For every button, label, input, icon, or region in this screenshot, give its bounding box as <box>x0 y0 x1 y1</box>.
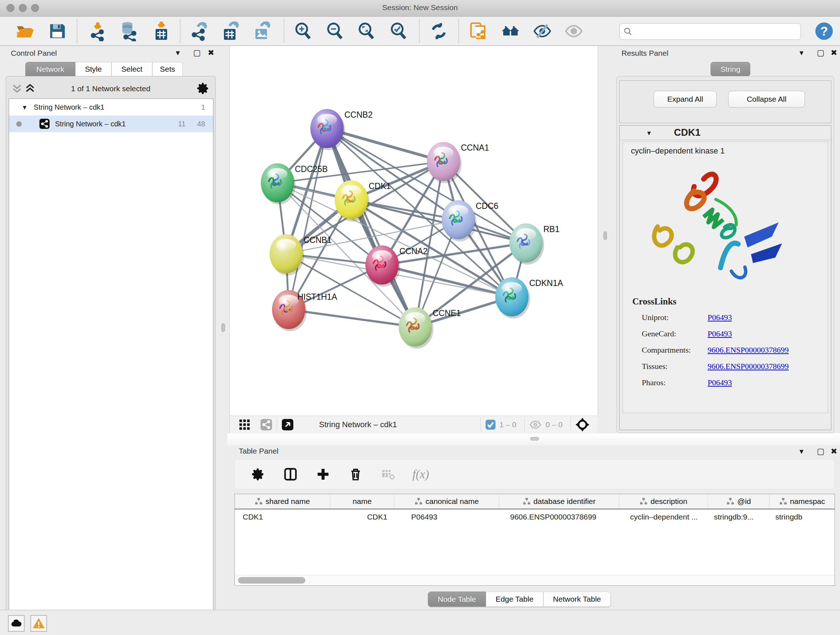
table-panel-close-button[interactable]: ✖ <box>831 447 837 456</box>
edge-HIST1H1A-CCNE1[interactable] <box>289 310 415 327</box>
zoom-selected-icon[interactable] <box>388 20 409 42</box>
grid-mode-icon[interactable] <box>238 418 251 431</box>
column-header-id[interactable]: @id <box>708 494 769 509</box>
warnings-button[interactable] <box>30 615 47 632</box>
selected-checkbox-icon[interactable] <box>485 419 496 430</box>
network-view-mode-icon[interactable] <box>260 418 272 431</box>
search-box[interactable] <box>619 23 801 40</box>
compartments-link[interactable]: 9606.ENSP00000378699 <box>707 345 789 355</box>
control-panel-divider-handle[interactable] <box>221 323 225 332</box>
tissues-link[interactable]: 9606.ENSP00000378699 <box>707 362 789 371</box>
column-header-namespace[interactable]: namespac <box>769 494 835 509</box>
tab-string[interactable]: String <box>711 62 750 76</box>
network-canvas[interactable]: CCNB2CCNA1CDC25BCDK1CDC6RB1CCNB1CCNA2CDK… <box>230 46 598 416</box>
namespace-icon <box>726 497 734 505</box>
tab-network[interactable]: Network <box>25 62 75 76</box>
main-toolbar: ? <box>0 17 840 46</box>
table-panel-float-button[interactable]: ▾ <box>799 447 804 456</box>
collection-expand-icon[interactable]: ▾ <box>23 103 27 111</box>
zoom-in-icon[interactable] <box>292 20 314 42</box>
hidden-eye-icon[interactable] <box>529 418 542 431</box>
table-settings-gear-icon[interactable] <box>248 465 267 484</box>
delete-table-icon <box>379 465 398 484</box>
table-panel-maximize-button[interactable]: ▢ <box>817 447 824 456</box>
namespace-icon <box>779 497 787 505</box>
create-column-icon[interactable] <box>314 465 332 484</box>
import-network-database-icon[interactable] <box>117 20 139 42</box>
export-image-icon[interactable] <box>251 20 273 42</box>
node-RB1[interactable]: RB1 <box>509 223 560 264</box>
uniprot-link[interactable]: P06493 <box>707 313 732 322</box>
title-bar: Session: New Session <box>0 0 840 17</box>
tab-node-table[interactable]: Node Table <box>428 592 486 607</box>
zoom-fit-icon[interactable] <box>355 20 377 42</box>
scrollbar-thumb[interactable] <box>238 577 305 584</box>
control-panel-title: Control Panel <box>11 49 57 57</box>
expand-all-button[interactable]: Expand All <box>654 91 717 108</box>
network-options-gear-icon[interactable] <box>196 81 210 95</box>
results-panel-divider[interactable] <box>598 46 614 416</box>
open-session-icon[interactable] <box>14 20 35 42</box>
zoom-out-icon[interactable] <box>324 20 346 42</box>
node-CCNE1[interactable]: CCNE1 <box>399 307 461 348</box>
node-label-CCNE1: CCNE1 <box>433 309 461 318</box>
horizontal-splitter[interactable] <box>227 433 840 445</box>
view-toolbar-separator <box>277 418 277 431</box>
tab-edge-table[interactable]: Edge Table <box>486 592 543 607</box>
refresh-view-icon[interactable] <box>428 20 450 42</box>
export-network-icon[interactable] <box>188 20 210 42</box>
selected-counts: 1 – 0 <box>500 420 516 429</box>
export-table-icon[interactable] <box>219 20 241 42</box>
search-input[interactable] <box>633 27 797 36</box>
detach-view-icon[interactable] <box>281 418 294 431</box>
tab-sets[interactable]: Sets <box>152 62 183 76</box>
control-panel-float-button[interactable]: ▾ <box>176 48 180 57</box>
genecard-link[interactable]: P06493 <box>707 329 732 338</box>
network-row[interactable]: String Network – cdk1 11 48 <box>9 116 213 132</box>
node-CCNA2[interactable]: CCNA2 <box>365 245 428 287</box>
control-panel-maximize-button[interactable]: ▢ <box>193 48 201 57</box>
column-header-name[interactable]: name <box>330 494 395 509</box>
node-CDC25B[interactable]: CDC25B <box>261 163 328 204</box>
node-HIST1H1A[interactable]: HIST1H1A <box>272 290 338 331</box>
first-neighbors-icon[interactable] <box>500 20 521 42</box>
table-horizontal-scrollbar[interactable] <box>235 575 834 585</box>
save-session-icon[interactable] <box>46 20 68 42</box>
show-columns-icon[interactable] <box>281 465 300 484</box>
gene-entry-header[interactable]: ▾ CDK1 <box>620 126 831 140</box>
import-table-file-icon[interactable] <box>150 20 172 42</box>
node-CDK1[interactable]: CDK1 <box>335 180 391 222</box>
results-panel-float-button[interactable]: ▾ <box>799 48 804 57</box>
network-collection-row[interactable]: ▾ String Network – cdk1 1 <box>9 99 213 116</box>
column-header-database-identifier[interactable]: database identifier <box>499 494 619 509</box>
node-CDKN1A[interactable]: CDKN1A <box>495 277 563 318</box>
column-header-description[interactable]: description <box>619 494 708 509</box>
pharos-link[interactable]: P06493 <box>707 378 732 387</box>
results-panel-close-button[interactable]: ✖ <box>831 48 837 57</box>
divider-handle[interactable] <box>603 231 607 240</box>
tab-style[interactable]: Style <box>75 62 111 76</box>
splitter-handle[interactable] <box>531 437 539 440</box>
hide-selected-icon[interactable] <box>531 20 553 42</box>
help-icon[interactable]: ? <box>813 20 835 42</box>
delete-columns-icon[interactable] <box>346 465 365 484</box>
status-bar: Memory <box>0 610 840 635</box>
birds-eye-view-icon[interactable] <box>575 417 590 432</box>
clone-network-icon[interactable] <box>467 20 489 42</box>
entry-collapse-icon[interactable]: ▾ <box>647 128 651 137</box>
cloud-status-button[interactable] <box>8 615 25 632</box>
control-panel-close-button[interactable]: ✖ <box>208 48 214 57</box>
tab-network-table[interactable]: Network Table <box>543 592 611 607</box>
tab-select[interactable]: Select <box>111 62 152 76</box>
collapse-all-button[interactable]: Collapse All <box>728 91 805 108</box>
results-panel-maximize-button[interactable]: ▢ <box>817 48 824 57</box>
network-status-dot <box>16 121 22 127</box>
node-CDC6[interactable]: CDC6 <box>442 200 499 241</box>
edge-CCNB2-HIST1H1A[interactable] <box>289 128 327 310</box>
toolbar-separator <box>284 19 284 43</box>
node-CCNB2[interactable]: CCNB2 <box>310 109 373 150</box>
table-row[interactable]: CDK1 CDK1 P06493 9606.ENSP00000378699 cy… <box>235 509 835 524</box>
import-network-file-icon[interactable] <box>87 20 109 42</box>
column-header-canonical-name[interactable]: canonical name <box>394 494 499 509</box>
column-header-shared-name[interactable]: shared name <box>235 494 330 509</box>
